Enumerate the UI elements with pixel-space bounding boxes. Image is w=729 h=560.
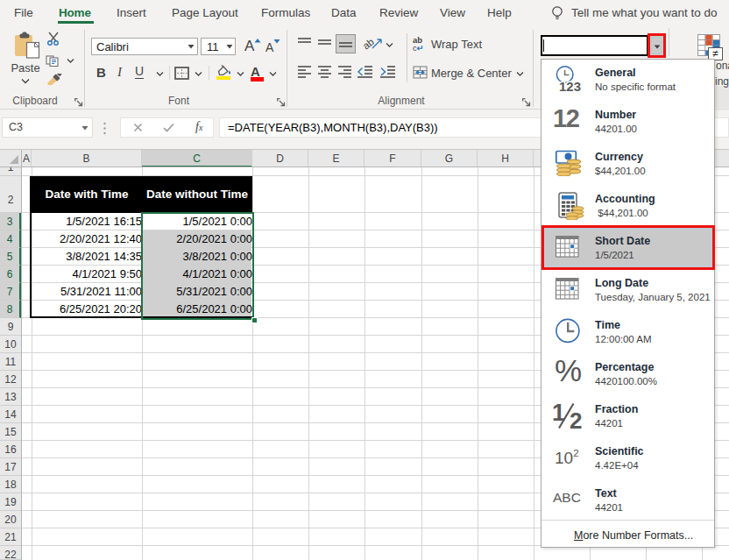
svg-text:123: 123 — [559, 79, 581, 94]
